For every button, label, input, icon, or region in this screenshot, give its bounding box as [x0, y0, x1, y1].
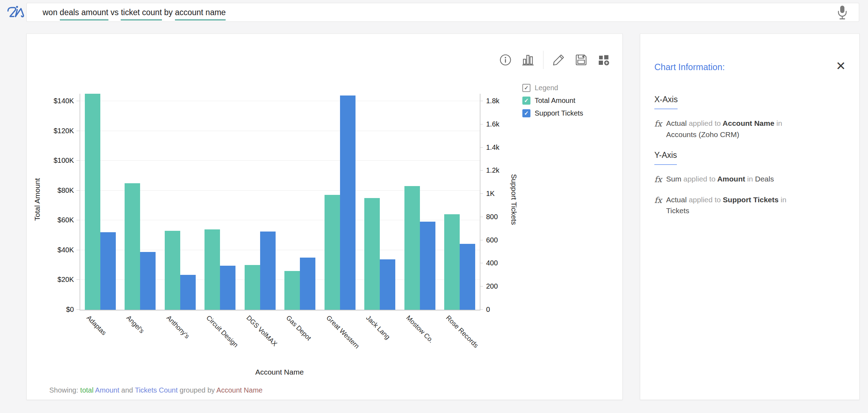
x-category-label: Anthony's [165, 314, 191, 340]
x-category-label: Adaptas [85, 314, 108, 337]
function-text-part: Deals [753, 175, 774, 183]
fx-icon: fx [654, 194, 662, 216]
showing-part: Tickets Count [135, 386, 178, 394]
x-axis-title: Account Name [255, 368, 304, 376]
function-row: fxActual applied to Account Name inAccou… [654, 118, 845, 140]
add-to-dashboard-icon[interactable] [596, 53, 611, 67]
bar-support-tickets[interactable] [340, 95, 356, 310]
left-axis-tick [76, 309, 80, 310]
function-text-part: Account Name [721, 119, 774, 127]
zia-logo [5, 4, 27, 23]
save-icon[interactable] [574, 53, 589, 67]
legend-item[interactable]: ✓Support Tickets [522, 109, 583, 117]
bar-total-amount[interactable] [364, 198, 380, 310]
x-category-label: Gas Depot [285, 314, 313, 342]
axis-section-heading: X-Axis [654, 95, 678, 109]
bar-support-tickets[interactable] [260, 232, 276, 310]
left-axis-tick-label: $0 [66, 306, 74, 314]
bar-total-amount[interactable] [444, 214, 460, 310]
right-axis-tick-label: 0 [486, 306, 490, 314]
bar-support-tickets[interactable] [420, 222, 435, 310]
function-text-part: Actual [666, 196, 686, 204]
function-text-part: Accounts (Zoho CRM) [666, 130, 739, 138]
right-axis-tick-label: 600 [486, 236, 498, 244]
right-axis-tick-label: 1.6k [486, 120, 499, 128]
legend-item-label: Support Tickets [535, 109, 583, 117]
left-axis: $0$20K$40K$60K$80K$100K$120K$140K [44, 94, 80, 310]
right-axis-tick-label: 1K [486, 190, 495, 198]
right-axis-tick-label: 200 [486, 282, 498, 290]
microphone-icon[interactable] [836, 5, 848, 20]
bar-total-amount[interactable] [284, 271, 300, 310]
query-text: by [162, 8, 175, 17]
panel-title: Chart Information: [654, 34, 845, 72]
bar-total-amount[interactable] [404, 186, 420, 310]
left-axis-tick [76, 250, 80, 250]
showing-part: grouped by [178, 386, 216, 394]
bar-support-tickets[interactable] [140, 252, 156, 310]
function-text-part: Amount [716, 175, 745, 183]
bar-total-amount[interactable] [205, 229, 220, 310]
right-axis-tick [480, 193, 483, 194]
left-axis-tick-label: $100K [54, 156, 74, 165]
right-axis-tick [480, 170, 483, 171]
legend-toggle[interactable]: ✓Legend [522, 84, 583, 92]
fx-icon: fx [654, 118, 662, 140]
bar-support-tickets[interactable] [300, 258, 315, 310]
function-line: Tickets [666, 205, 786, 216]
search-bar[interactable]: won deals amount vs ticket count by acco… [26, 3, 859, 22]
function-text-part: Actual [666, 119, 686, 127]
toolbar-divider [543, 51, 543, 69]
function-text-part: in [745, 175, 753, 183]
function-text-part: in [774, 119, 782, 127]
gridline [80, 160, 480, 161]
left-axis-tick [76, 279, 80, 280]
x-category-label: Angel's [125, 314, 146, 335]
left-axis-tick [76, 160, 80, 161]
bar-total-amount[interactable] [125, 183, 140, 310]
gridline [80, 220, 480, 220]
info-icon[interactable] [498, 53, 513, 67]
bar-total-amount[interactable] [85, 94, 100, 310]
function-text-part: Tickets [666, 207, 689, 215]
showing-part: total [80, 386, 94, 394]
left-axis-tick-label: $120K [54, 127, 74, 135]
close-icon[interactable]: ✕ [836, 60, 846, 72]
axis-section: Y-AxisfxSum applied to Amount in Dealsfx… [654, 140, 845, 216]
edit-icon[interactable] [551, 53, 566, 67]
function-row: fxActual applied to Support Tickets inTi… [654, 194, 845, 216]
search-query[interactable]: won deals amount vs ticket count by acco… [43, 8, 226, 17]
right-axis-tick [480, 240, 483, 240]
legend-item-checkbox[interactable]: ✓ [522, 109, 530, 117]
legend-checkbox[interactable]: ✓ [522, 84, 530, 92]
bar-total-amount[interactable] [245, 265, 260, 310]
legend-item-checkbox[interactable]: ✓ [522, 97, 530, 105]
right-axis-tick-label: 1.2k [486, 166, 499, 174]
function-row: fxSum applied to Amount in Deals [654, 173, 845, 186]
function-line: Accounts (Zoho CRM) [666, 129, 782, 140]
function-text: Actual applied to Support Tickets inTick… [666, 194, 786, 216]
left-axis-title: Total Amount [33, 178, 42, 221]
bar-total-amount[interactable] [325, 195, 340, 310]
bar-total-amount[interactable] [165, 231, 180, 310]
bar-support-tickets[interactable] [460, 244, 475, 310]
function-text: Actual applied to Account Name inAccount… [666, 118, 782, 140]
bar-support-tickets[interactable] [380, 259, 395, 310]
bar-support-tickets[interactable] [220, 266, 235, 310]
bar-support-tickets[interactable] [180, 275, 196, 310]
showing-part: Showing: [49, 386, 80, 394]
legend-item[interactable]: ✓Total Amount [522, 97, 583, 105]
right-axis-title: Support Tickets [510, 174, 518, 225]
query-text: won [43, 8, 60, 17]
left-axis-tick [76, 101, 80, 101]
plot-area: AdaptasAngel'sAnthony'sCircuit DesignDGS… [80, 94, 480, 310]
function-line: Sum applied to Amount in Deals [666, 173, 774, 185]
chart-type-icon[interactable] [521, 53, 535, 67]
function-text: Sum applied to Amount in Deals [666, 173, 774, 186]
bar-support-tickets[interactable] [100, 232, 116, 310]
gridline [80, 101, 480, 101]
showing-part: Account Name [216, 386, 263, 394]
x-category-label: Mostow Co. [404, 314, 435, 344]
x-category-label: Circuit Design [205, 314, 240, 349]
left-axis-tick-label: $140K [54, 97, 74, 105]
